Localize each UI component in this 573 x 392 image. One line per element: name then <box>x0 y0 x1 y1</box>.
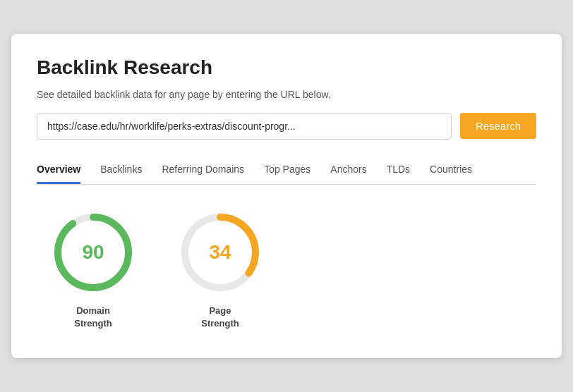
domain-strength-circle: 90 <box>51 210 135 295</box>
page-strength-label: PageStrength <box>201 305 239 330</box>
page-strength-value: 34 <box>209 241 231 264</box>
metric-page-strength: 34 PageStrength <box>178 210 263 330</box>
tab-backlinks[interactable]: Backlinks <box>100 157 142 184</box>
domain-strength-value: 90 <box>82 241 104 264</box>
tab-countries[interactable]: Countries <box>430 157 472 184</box>
search-row: Research <box>37 113 536 140</box>
tab-referring-domains[interactable]: Referring Domains <box>162 157 244 184</box>
page-strength-circle: 34 <box>178 210 263 295</box>
subtitle-text: See detailed backlink data for any page … <box>37 89 536 100</box>
domain-strength-label: DomainStrength <box>74 305 111 330</box>
metrics-row: 90 DomainStrength 34 PageStrength <box>37 210 536 330</box>
tab-overview[interactable]: Overview <box>37 157 80 184</box>
research-button[interactable]: Research <box>460 113 536 139</box>
tab-tlds[interactable]: TLDs <box>387 157 410 184</box>
main-card: Backlink Research See detailed backlink … <box>11 34 562 358</box>
page-title: Backlink Research <box>37 56 536 79</box>
tabs-nav: Overview Backlinks Referring Domains Top… <box>37 157 536 185</box>
tab-anchors[interactable]: Anchors <box>330 157 366 184</box>
tab-top-pages[interactable]: Top Pages <box>264 157 310 184</box>
metric-domain-strength: 90 DomainStrength <box>51 210 135 330</box>
url-input[interactable] <box>37 113 452 140</box>
